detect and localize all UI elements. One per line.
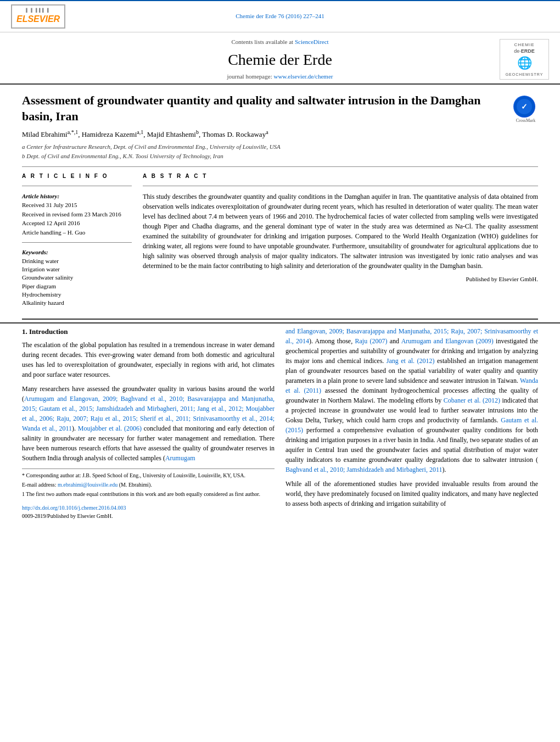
elsevier-logo-box: ▌ ▌ ▌▌▌ ▌ ELSEVIER [11,4,65,29]
author1-name: Milad Ebrahimi [22,131,68,139]
crossmark-area[interactable]: ✓ CrossMark [513,96,538,124]
info-divider [22,186,132,186]
article-info-column: A R T I C L E I N F O Article history: R… [22,172,132,308]
journal-logo-right: CHEMIE de·ERDE 🌐 GEOCHEMISTRY [489,39,549,80]
fn-email-link[interactable]: m.ebrahimi@louisville.edu [58,482,117,488]
content-available: Contents lists available at ScienceDirec… [71,38,489,46]
divider-line [22,166,538,167]
title-section: Assessment of groundwater quantity and q… [22,93,538,124]
keyword-6: Alkalinity hazard [22,299,132,307]
received-date: Received 31 July 2015 [22,200,132,210]
doi-link[interactable]: http://dx.doi.org/10.1016/j.chemer.2016.… [22,505,126,511]
crossmark-label: CrossMark [513,118,538,124]
author4-name: Thomas D. Rockaway [202,131,266,139]
ref-cobaner-2012[interactable]: Cobaner et al. (2012) [444,397,500,404]
right-para2: While all of the aforementioned studies … [285,479,538,509]
abstract-text: This study describes the groundwater qua… [143,192,538,271]
handling-editor: Article handling – H. Guo [22,228,132,237]
sciencedirect-link[interactable]: ScienceDirect [295,38,329,45]
abstract-column: A B S T R A C T This study describes the… [143,172,538,308]
footnote-section: * Corresponding author at: J.B. Speed Sc… [22,468,275,498]
intro-heading: 1. Introduction [22,326,275,337]
body-two-col: 1. Introduction The escalation of the gl… [22,326,538,521]
ref-raju-2015[interactable]: Raju et al., 2015; [91,415,138,422]
published-by: Published by Elsevier GmbH. [143,275,538,283]
body-col-right: and Elangovan, 2009; Basavarajappa and M… [285,326,538,521]
svg-text:✓: ✓ [521,102,528,111]
accepted-date: Accepted 12 April 2016 [22,219,132,228]
crossmark-icon[interactable]: ✓ [513,96,535,118]
ref-jamshid-2011[interactable]: Jamshidzadeh and Mirbagheri, 2011; [96,405,195,412]
journal-homepage: journal homepage: www.elsevier.de/chemer [71,72,489,81]
elsevier-box: ▌ ▌ ▌▌▌ ▌ ELSEVIER [11,4,65,29]
ref-gautam-2015r[interactable]: Gautam et al. (2015) [285,416,538,434]
ref-baghvand-2010[interactable]: Baghvand et al., 2010; [121,395,184,403]
body-content: 1. Introduction The escalation of the gl… [0,322,560,529]
ref-jamshid-2011r[interactable]: Jamshidzadeh and Mirbagheri, 2011 [346,466,442,473]
article-title: Assessment of groundwater quantity and q… [22,93,513,124]
keywords-heading: Keywords: [22,248,132,256]
badge-top-text: CHEMIE [502,42,546,48]
top-header: ▌ ▌ ▌▌▌ ▌ ELSEVIER Chemie der Erde 76 (2… [0,1,560,32]
abstract-label: A B S T R A C T [143,172,538,180]
els-label: ▌ ▌ ▌▌▌ ▌ [16,8,60,13]
article-history: Article history: Received 31 July 2015 R… [22,192,132,237]
ref-raju-2007r2[interactable]: Raju (2007) [355,337,387,345]
journal-center: Contents lists available at ScienceDirec… [71,38,489,81]
keyword-3: Groundwater salinity [22,274,132,282]
ref-wanda-2011r[interactable]: Wanda et al. (2011) [285,377,538,394]
journal-title: Chemie der Erde [71,49,489,70]
author4-sup: a [266,129,268,135]
ref-arumugam-2009[interactable]: Arumugam and Elangovan, 2009; [24,395,117,403]
keyword-4: Piper diagram [22,282,132,291]
ref-arumugam-2009r[interactable]: Arumugam and Elangovan (2009) [401,337,494,345]
ref-raju-2007r[interactable]: Raju, 2007; [451,327,482,335]
article-content: Assessment of groundwater quantity and q… [0,85,560,316]
issn-text: 0009-2819/Published by Elsevier GmbH. [22,513,113,519]
info-abstract-section: A R T I C L E I N F O Article history: R… [22,172,538,308]
ref-raju-2007[interactable]: Raju, 2007; [57,415,88,422]
history-heading: Article history: [22,192,132,201]
journal-reference: Chemie der Erde 76 (2016) 227–241 [71,12,489,20]
affiliation-a: a Center for Infrastructure Research, De… [22,143,538,151]
homepage-link[interactable]: www.elsevier.de/chemer [273,73,333,80]
author1-sup: a,*,1 [68,129,78,135]
keyword-2: Irrigation water [22,265,132,274]
ref-wanda-2011[interactable]: Wanda et al., 2011 [22,425,72,432]
badge-geo-text: GEOCHEMISTRY [502,72,546,77]
ref-srini-2014[interactable]: Srinivasamoorthy et al., 2014; [193,415,275,422]
elsevier-name: ELSEVIER [16,13,60,25]
ref-basava-2015r[interactable]: Basavarajappa and Manjunatha, 2015; [346,327,449,335]
keyword-1: Drinking water [22,257,132,265]
body-divider [22,319,538,320]
article-info-label: A R T I C L E I N F O [22,172,132,180]
fn-equal-contrib: 1 The first two authors made equal contr… [22,490,275,498]
ref-baghvand-2010r[interactable]: Baghvand et al., 2010; [285,466,345,473]
ref-moujabber-2006b[interactable]: Moujabber et al. (2006) [78,425,142,432]
fn-corresponding: * Corresponding author at: J.B. Speed Sc… [22,472,275,479]
ref-jang-2012r[interactable]: Jang et al. (2012) [387,357,435,365]
right-para1: and Elangovan, 2009; Basavarajappa and M… [285,326,538,475]
author3-name: Majid Ehtashemi [147,131,196,139]
journal-header: Contents lists available at ScienceDirec… [0,32,560,85]
keywords-divider [22,242,132,243]
affiliation-b: b Dept. of Civil and Environmental Eng.,… [22,152,538,160]
revised-date: Received in revised form 23 March 2016 [22,210,132,219]
intro-para1: The escalation of the global population … [22,340,275,380]
ref-sherif-2011[interactable]: Sherif et al., 2011; [140,415,191,422]
doi-section: http://dx.doi.org/10.1016/j.chemer.2016.… [22,504,275,520]
abstract-divider [143,186,538,186]
authors-line: Milad Ebrahimia,*,1, Hamidreza Kazemia,1… [22,129,538,140]
ref-gautam-2015[interactable]: Gautam et al., 2015; [39,405,94,412]
badge-globe-icon: 🌐 [502,55,546,72]
ref-elangovan-2009[interactable]: and Elangovan, 2009; [285,327,344,335]
elsevier-logo-area: ▌ ▌ ▌▌▌ ▌ ELSEVIER [11,4,71,29]
author2-name: Hamidreza Kazemi [82,131,137,139]
ref-arumugam-2009b[interactable]: Arumugam [165,454,195,462]
chemie-badge: CHEMIE de·ERDE 🌐 GEOCHEMISTRY [500,39,549,80]
intro-para2: Many researchers have assessed the groun… [22,384,275,463]
body-col-left: 1. Introduction The escalation of the gl… [22,326,275,521]
ref-jang-2012[interactable]: Jang et al., 2012; [197,405,243,412]
fn-email: E-mail address: m.ebrahimi@louisville.ed… [22,481,275,489]
keyword-5: Hydrochemistry [22,291,132,299]
